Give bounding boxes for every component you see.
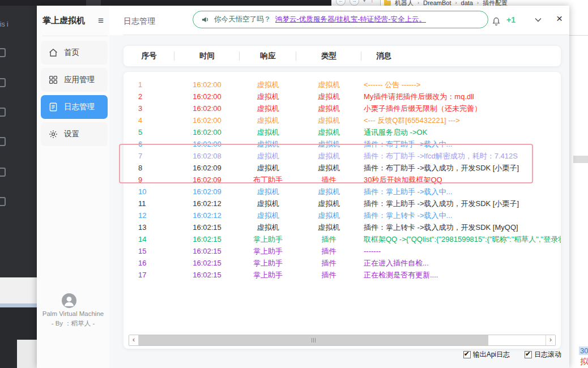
home-icon (48, 48, 58, 58)
checkbox-checked-icon[interactable] (525, 351, 532, 358)
horizontal-scrollbar[interactable] (129, 335, 556, 346)
window-edge-fragment (0, 108, 6, 117)
explorer-up-icon[interactable] (370, 0, 374, 3)
log-row: 316:02:00虚拟机虚拟机小栗子插件后缀无限制（还未完善） (123, 102, 561, 114)
breadcrumb-segment[interactable]: 机器人 (395, 0, 414, 6)
log-cell-no: 4 (123, 114, 174, 126)
window-edge-fragment (0, 197, 6, 206)
log-scroll-checkbox[interactable]: 日志滚动 (525, 350, 561, 360)
log-cell-responder: 掌上助手 (240, 245, 296, 257)
sidebar: 掌上虚拟机 首页应用管理日志管理设置 Palm Virtual Machine … (37, 6, 110, 368)
log-cell-responder: 掌上助手 (240, 257, 296, 269)
breadcrumb-segment[interactable]: DreamBot (423, 0, 451, 6)
log-row: 1616:02:15掌上助手插件正在进入插件自检... (123, 257, 561, 269)
app-window: 掌上虚拟机 首页应用管理日志管理设置 Palm Virtual Machine … (37, 6, 569, 368)
log-cell-time: 16:02:15 (174, 233, 240, 245)
log-cell-responder: 虚拟机 (240, 91, 296, 102)
footer-byline: - By ：稻草人 - (37, 319, 109, 328)
close-icon[interactable] (556, 13, 563, 24)
background-window-left: is i (0, 6, 37, 368)
log-cell-message: 通讯服务启动 ->OK (361, 126, 561, 138)
log-cell-no: 17 (123, 269, 174, 281)
log-row: 1016:02:09虚拟机虚拟机插件：掌上助手 ->载入中... (123, 186, 561, 198)
log-cell-message: 插件：掌上助手 ->载入成功，开发SDK [小栗子] (361, 198, 561, 209)
log-cell-responder: 虚拟机 (240, 209, 296, 221)
hamburger-menu-icon[interactable] (98, 16, 104, 25)
log-cell-no: 14 (123, 233, 174, 245)
folder-icon (384, 1, 391, 6)
log-cell-message: My插件请把插件后缀改为：mq.dll (361, 91, 561, 102)
log-cell-type: 虚拟机 (296, 198, 361, 209)
log-cell-no: 12 (123, 209, 174, 221)
log-cell-time: 16:02:00 (174, 102, 240, 114)
log-cell-responder: 虚拟机 (240, 162, 296, 174)
explorer-forward-icon[interactable] (350, 0, 359, 6)
log-cell-no: 13 (123, 221, 174, 233)
scrollbar-grip (315, 338, 316, 343)
log-cell-message: 插件：掌上转卡 ->载入成功，开发SDK [MyQQ] (361, 221, 561, 233)
announcement-banner: 你今天悟空了吗？ 鸿梦云-优质服务器/挂机宝-特证经营-安全上云。 (193, 11, 488, 28)
sidebar-item-apps[interactable]: 应用管理 (41, 68, 108, 92)
log-row: 1116:02:12虚拟机虚拟机插件：掌上助手 ->载入成功，开发SDK [小栗… (123, 198, 561, 209)
explorer-breadcrumb: 机器人›DreamBot›data›插件配置 (395, 0, 508, 6)
log-cell-type: 虚拟机 (296, 138, 361, 150)
explorer-address-bar[interactable]: 机器人›DreamBot›data›插件配置 (380, 0, 588, 6)
log-cell-responder: 虚拟机 (240, 138, 296, 150)
background-blue-strip (0, 303, 37, 307)
log-cell-responder: 虚拟机 (240, 221, 296, 233)
background-scroll-block (573, 156, 588, 163)
window-edge-fragment (0, 78, 6, 87)
background-window-right: 308 拟 (569, 0, 588, 368)
grid-icon (48, 75, 58, 85)
log-cell-time: 16:02:09 (174, 174, 240, 186)
log-cell-type: 虚拟机 (296, 209, 361, 221)
sidebar-item-label: 首页 (64, 48, 79, 58)
page-title: 日志管理 (123, 16, 155, 27)
log-row: 1516:02:15掌上助手插件------- (123, 245, 561, 257)
scroll-left-icon[interactable] (129, 335, 139, 345)
breadcrumb-segment[interactable]: data (461, 0, 473, 6)
output-api-log-checkbox[interactable]: 输出Api日志 (463, 350, 510, 360)
log-cell-message: 插件：布丁助手 ->载入中... (361, 138, 561, 150)
log-cell-no: 9 (123, 174, 174, 186)
notification-badge[interactable]: +1 (506, 15, 515, 24)
log-cell-responder: 掌上助手 (240, 233, 296, 245)
log-cell-no: 15 (123, 245, 174, 257)
explorer-history-dropdown-icon[interactable] (363, 0, 366, 3)
scrollbar-track[interactable] (139, 335, 546, 345)
log-cell-type: 虚拟机 (296, 150, 361, 162)
log-cell-type: 插件 (296, 257, 361, 269)
checkbox-checked-icon[interactable] (463, 351, 471, 358)
app-title: 掌上虚拟机 (42, 15, 98, 26)
sidebar-item-settings[interactable]: 设置 (41, 122, 108, 146)
explorer-back-icon[interactable] (336, 0, 346, 6)
person-icon (62, 293, 76, 308)
announcement-link[interactable]: 鸿梦云-优质服务器/挂机宝-特证经营-安全上云。 (275, 15, 426, 24)
breadcrumb-segment[interactable]: 插件配置 (483, 0, 508, 6)
log-cell-message: 插件：布丁助手 ->载入成功，开发SDK [小栗子] (361, 162, 561, 174)
log-cell-no: 16 (123, 257, 174, 269)
log-cell-no: 7 (123, 150, 174, 162)
scroll-right-icon[interactable] (546, 335, 555, 345)
log-cell-no: 5 (123, 126, 174, 138)
log-cell-message: 取框架QQ ->{"QQlist":{"2981599815":{"昵称":"稻… (361, 233, 561, 245)
scrollbar-thumb[interactable] (139, 335, 488, 345)
log-cell-type: 虚拟机 (296, 91, 361, 102)
bell-icon[interactable] (492, 16, 501, 26)
log-row: 716:02:08虚拟机虚拟机插件：布丁助手 ->lfcd解密成功，耗时：7.4… (123, 150, 561, 162)
sidebar-item-logs[interactable]: 日志管理 (41, 95, 108, 119)
chevron-down-icon[interactable] (535, 18, 542, 22)
log-cell-no: 3 (123, 102, 174, 114)
log-cell-responder: 虚拟机 (240, 150, 296, 162)
log-cell-type: 插件 (296, 269, 361, 281)
log-cell-no: 6 (123, 138, 174, 150)
log-cell-time: 16:02:15 (174, 269, 240, 281)
log-options: 输出Api日志 日志滚动 (463, 350, 561, 360)
log-cell-type: 虚拟机 (296, 114, 361, 126)
footer-app-name: Palm Virtual Machine (37, 310, 109, 317)
log-cell-message: <--- 反馈Q群[655432221] ---> (361, 114, 561, 126)
announcement-text: 你今天悟空了吗？ (214, 15, 271, 24)
log-cell-type: 插件 (296, 233, 361, 245)
log-cell-responder: 虚拟机 (240, 198, 296, 209)
sidebar-item-home[interactable]: 首页 (41, 41, 108, 65)
